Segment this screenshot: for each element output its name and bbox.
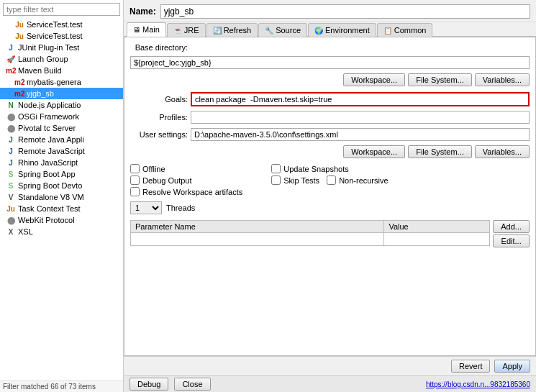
profiles-label: Profiles: [130, 113, 188, 122]
tree-item-osgi[interactable]: ⬤OSGi Framework [0, 111, 123, 122]
user-settings-input[interactable] [191, 128, 530, 141]
link-text[interactable]: https://blog.csdn.n...9832185360 [426, 380, 530, 388]
tree-item-spring-boot[interactable]: SSpring Boot App [0, 168, 123, 180]
name-input[interactable] [160, 4, 530, 19]
threads-select[interactable]: 124 [130, 201, 162, 214]
tab-source[interactable]: 🔧Source [258, 23, 307, 37]
variables-btn-1[interactable]: Variables... [475, 73, 530, 86]
skip-tests-checkbox[interactable] [271, 176, 281, 185]
left-panel: JuServiceTest.testJuServiceTest.testJJUn… [0, 0, 124, 392]
revert-btn[interactable]: Revert [451, 360, 490, 373]
debug-btn[interactable]: Debug [130, 378, 168, 391]
tree-item-label-spring-boot: Spring Boot App [18, 170, 76, 178]
tree-item-icon-remote-js: J [6, 147, 16, 155]
tree-item-icon-spring-boot: S [6, 170, 16, 178]
user-settings-row: User settings: [130, 128, 530, 141]
debug-output-row: Debug Output [130, 176, 242, 185]
base-directory-row: Base directory: [130, 43, 530, 52]
tree-item-label-pivotal: Pivotal tc Server [18, 124, 76, 132]
tree-item-label-task-context: Task Context Test [18, 204, 81, 213]
tree-item-icon-standalone-v8: V [6, 193, 16, 201]
tree-item-label-yjgb-sb: yjgb_sb [27, 89, 54, 98]
resolve-workspace-row: Resolve Workspace artifacts [130, 187, 242, 196]
tree-item-label-spring-devto: Spring Boot Devto [18, 181, 82, 190]
filesystem-btn-2[interactable]: File System... [408, 145, 472, 158]
edit-btn[interactable]: Edit... [493, 234, 530, 247]
filesystem-btn-1[interactable]: File System... [408, 73, 472, 86]
tab-label-jre: JRE [184, 26, 199, 35]
tab-jre[interactable]: ☕JRE [167, 23, 206, 37]
content-area: Base directory: Workspace... File System… [124, 37, 536, 356]
tab-label-main: Main [142, 25, 160, 34]
tab-common[interactable]: 📋Common [377, 23, 433, 37]
tree-item-icon-spring-devto: S [6, 182, 16, 190]
tree-item-yjgb-sb[interactable]: m2yjgb_sb [0, 88, 123, 99]
variables-btn-2[interactable]: Variables... [475, 145, 530, 158]
workspace-btn-2[interactable]: Workspace... [343, 145, 405, 158]
tab-label-environment: Environment [325, 26, 370, 35]
tree-item-icon-webkit: ⬤ [6, 216, 16, 224]
checkboxes-col1: Offline Debug Output Resolve Workspace a… [130, 164, 242, 199]
tree-item-launch-group[interactable]: 🚀Launch Group [0, 53, 123, 65]
base-directory-input[interactable] [130, 56, 530, 69]
update-snapshots-checkbox[interactable] [271, 164, 281, 173]
name-bar: Name: [124, 0, 536, 22]
user-settings-label: User settings: [130, 130, 188, 139]
tab-label-refresh: Refresh [224, 26, 252, 35]
threads-row: 124 Threads [130, 201, 530, 214]
tree-item-remote-js[interactable]: JRemote JavaScript [0, 145, 123, 157]
param-buttons: Add... Edit... [493, 220, 530, 249]
tree-item-label-nodejs: Node.js Applicatio [18, 101, 81, 109]
tree-item-label-webkit: WebKit Protocol [18, 216, 75, 224]
offline-label: Offline [142, 165, 165, 173]
tree-item-pivotal[interactable]: ⬤Pivotal tc Server [0, 122, 123, 134]
tree-area: JuServiceTest.testJuServiceTest.testJJUn… [0, 19, 123, 380]
tab-icon-main: 🖥 [133, 26, 140, 34]
bottom-bar: Revert Apply [124, 356, 536, 375]
tree-item-nodejs[interactable]: NNode.js Applicatio [0, 99, 123, 111]
tree-item-standalone-v8[interactable]: VStandalone V8 VM [0, 191, 123, 203]
param-empty-row [131, 233, 490, 246]
tab-main[interactable]: 🖥Main [127, 22, 166, 37]
tree-item-mybatis[interactable]: m2mybatis-genera [0, 76, 123, 88]
tree-item-icon-rhino: J [6, 159, 16, 167]
resolve-workspace-checkbox[interactable] [130, 187, 140, 196]
debug-bar: Debug Close https://blog.csdn.n...983218… [124, 375, 536, 392]
base-directory-label: Base directory: [130, 43, 188, 52]
tree-item-rhino[interactable]: JRhino JavaScript [0, 157, 123, 168]
update-snapshots-row: Update Snapshots [271, 164, 388, 173]
profiles-row: Profiles: [130, 111, 530, 124]
tree-item-spring-devto[interactable]: SSpring Boot Devto [0, 180, 123, 191]
tree-item-task-context[interactable]: JuTask Context Test [0, 203, 123, 214]
filter-input[interactable] [3, 3, 120, 16]
param-name-header: Parameter Name [131, 221, 384, 233]
tree-item-icon-pivotal: ⬤ [6, 124, 16, 132]
tree-item-xsl[interactable]: XXSL [0, 226, 123, 237]
profiles-input[interactable] [191, 111, 530, 124]
tree-item-label-mybatis: mybatis-genera [27, 78, 81, 86]
workspace-btn-1[interactable]: Workspace... [343, 73, 405, 86]
goals-input[interactable] [191, 92, 530, 106]
close-btn[interactable]: Close [174, 378, 210, 391]
offline-checkbox[interactable] [130, 164, 140, 173]
tree-item-label-osgi: OSGi Framework [18, 112, 79, 121]
tab-refresh[interactable]: 🔄Refresh [206, 23, 258, 37]
add-btn[interactable]: Add... [493, 220, 530, 233]
goals-label: Goals: [130, 95, 188, 104]
tree-item-junit-plugin[interactable]: JJUnit Plug-in Test [0, 42, 123, 53]
filter-status: Filter matched 66 of 73 items [0, 380, 123, 392]
tab-environment[interactable]: 🌍Environment [308, 23, 376, 37]
tree-item-remote-java[interactable]: JRemote Java Appli [0, 134, 123, 145]
apply-btn[interactable]: Apply [494, 360, 530, 373]
tree-item-webkit[interactable]: ⬤WebKit Protocol [0, 214, 123, 226]
skip-tests-row: Skip Tests [271, 176, 319, 185]
tree-item-servicetest2[interactable]: JuServiceTest.test [0, 30, 123, 42]
non-recursive-checkbox[interactable] [327, 176, 336, 185]
tree-item-maven-build[interactable]: m2Maven Build [0, 65, 123, 76]
base-directory-buttons: Workspace... File System... Variables... [130, 73, 530, 86]
debug-output-checkbox[interactable] [130, 176, 140, 185]
tree-item-label-remote-java: Remote Java Appli [18, 135, 84, 144]
tab-icon-environment: 🌍 [314, 27, 323, 35]
tree-item-servicetest1[interactable]: JuServiceTest.test [0, 19, 123, 30]
tree-item-icon-yjgb-sb: m2 [14, 90, 24, 98]
